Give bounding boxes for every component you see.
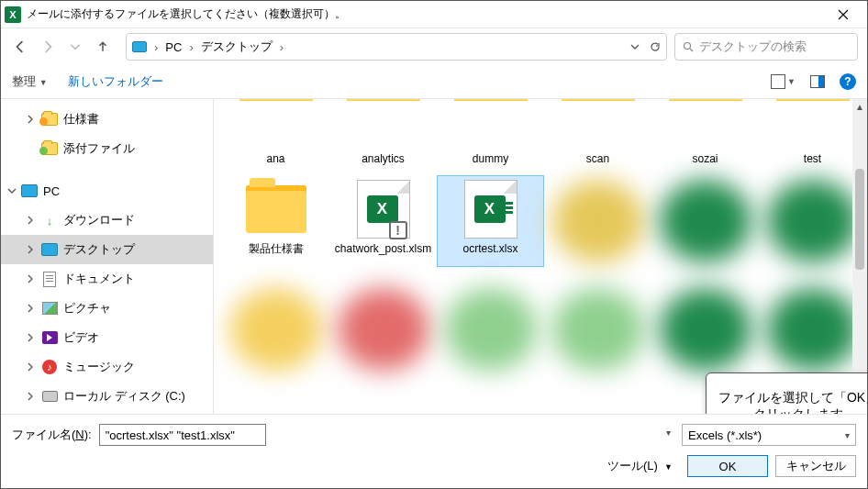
music-icon: ♪	[42, 360, 57, 374]
close-icon	[838, 9, 849, 20]
breadcrumb-desktop[interactable]: デスクトップ	[201, 39, 273, 55]
file-item-xlsx-selected[interactable]: Xocrtest.xlsx	[438, 176, 543, 266]
tree-item-desktop[interactable]: デスクトップ	[1, 235, 213, 264]
close-button[interactable]	[823, 2, 863, 28]
search-icon	[683, 41, 694, 52]
refresh-icon[interactable]	[650, 41, 661, 52]
folder-item[interactable]: test	[760, 99, 865, 171]
filename-input[interactable]	[99, 424, 266, 446]
file-item-blurred[interactable]	[652, 284, 758, 374]
folder-item[interactable]: scan	[545, 99, 651, 171]
file-item-blurred[interactable]	[330, 284, 436, 374]
dialog-footer: ファイル名(N): ▾ Excels (*.xls*)▾ ツール(L) ▼ OK…	[1, 414, 867, 488]
filetype-filter[interactable]: Excels (*.xls*)▾	[682, 424, 856, 446]
folder-item[interactable]: dummy	[438, 99, 543, 171]
folder-icon	[454, 99, 528, 101]
desktop-icon	[41, 243, 58, 256]
disk-icon	[42, 391, 58, 402]
recent-dropdown[interactable]	[65, 37, 85, 57]
pc-icon	[132, 41, 147, 52]
view-mode-button[interactable]: ▼	[771, 74, 796, 89]
folder-icon	[239, 99, 313, 101]
window-title: メールに添付するファイルを選択してください（複数選択可）。	[27, 6, 823, 22]
pc-icon	[21, 184, 38, 197]
file-open-dialog: X メールに添付するファイルを選択してください（複数選択可）。 PC デスクトッ…	[0, 0, 868, 489]
tools-menu[interactable]: ツール(L) ▼	[607, 458, 673, 474]
tree-item-documents[interactable]: ドキュメント	[1, 264, 213, 294]
nav-tree[interactable]: 仕様書 添付ファイル PC ↓ダウンロード デスクトップ ドキュメント ピクチャ…	[1, 99, 214, 414]
breadcrumb-sep-icon	[278, 40, 285, 54]
folder-icon	[246, 185, 306, 233]
chevron-down-icon[interactable]: ▾	[666, 428, 671, 438]
scroll-up-icon[interactable]: ▲	[852, 99, 867, 114]
folder-item[interactable]: 製品仕様書	[223, 176, 328, 266]
nav-row: PC デスクトップ デスクトップの検索	[1, 28, 867, 65]
breadcrumb-pc[interactable]: PC	[165, 40, 182, 54]
search-input[interactable]: デスクトップの検索	[674, 33, 858, 61]
scrollbar-thumb[interactable]	[855, 169, 864, 270]
file-item-blurred[interactable]	[545, 284, 651, 374]
organize-menu[interactable]: 整理 ▼	[12, 73, 48, 90]
svg-point-0	[684, 43, 691, 50]
tree-item-pc[interactable]: PC	[1, 176, 213, 206]
excel-file-icon: X	[464, 180, 517, 239]
tree-item-quick1[interactable]: 仕様書	[1, 105, 213, 134]
forward-button[interactable]	[38, 37, 58, 57]
tree-item-music[interactable]: ♪ミュージック	[1, 352, 213, 382]
folder-icon	[347, 99, 420, 101]
video-icon	[42, 331, 58, 344]
document-icon	[43, 272, 56, 287]
vertical-scrollbar[interactable]: ▲ ▼	[852, 99, 867, 414]
pictures-icon	[42, 302, 58, 315]
file-item-blurred[interactable]	[760, 176, 865, 266]
up-button[interactable]	[93, 37, 113, 57]
excel-file-icon: X!	[357, 180, 410, 239]
folder-item[interactable]: ana	[223, 99, 328, 171]
breadcrumb-sep-icon	[187, 40, 195, 54]
folder-icon	[562, 99, 635, 101]
file-item-blurred[interactable]	[223, 284, 328, 374]
tree-item-downloads[interactable]: ↓ダウンロード	[1, 206, 213, 235]
cancel-button[interactable]: キャンセル	[775, 455, 856, 477]
tree-item-localdisk[interactable]: ローカル ディスク (C:)	[1, 382, 213, 411]
file-item-blurred[interactable]	[545, 176, 651, 266]
excel-app-icon: X	[5, 6, 21, 23]
folder-item[interactable]: sozai	[652, 99, 758, 171]
preview-pane-button[interactable]	[810, 75, 825, 88]
breadcrumb-sep-icon	[152, 40, 160, 54]
new-folder-button[interactable]: 新しいフォルダー	[68, 73, 163, 90]
dialog-body: 仕様書 添付ファイル PC ↓ダウンロード デスクトップ ドキュメント ピクチャ…	[1, 98, 867, 414]
instruction-callout: ファイルを選択して「OK」をクリックします。	[706, 372, 867, 414]
toolbar: 整理 ▼ 新しいフォルダー ▼ ?	[1, 65, 867, 98]
tree-item-quick2[interactable]: 添付ファイル	[1, 134, 213, 163]
chevron-down-icon[interactable]	[629, 41, 640, 52]
file-item-xlsm[interactable]: X!chatwork_post.xlsm	[330, 176, 436, 266]
file-item-blurred[interactable]	[438, 284, 543, 374]
download-icon: ↓	[41, 213, 58, 228]
help-button[interactable]: ?	[840, 73, 856, 90]
address-bar[interactable]: PC デスクトップ	[126, 33, 667, 61]
file-pane: ana analytics dummy scan sozai test 製品仕様…	[214, 99, 867, 414]
back-button[interactable]	[10, 37, 30, 57]
titlebar: X メールに添付するファイルを選択してください（複数選択可）。	[1, 1, 867, 28]
tree-item-videos[interactable]: ビデオ	[1, 323, 213, 352]
search-placeholder: デスクトップの検索	[699, 39, 807, 55]
file-item-blurred[interactable]	[760, 284, 865, 374]
file-item-blurred[interactable]	[652, 176, 758, 266]
tree-item-pictures[interactable]: ピクチャ	[1, 294, 213, 323]
folder-icon	[669, 99, 742, 101]
macro-warn-icon: !	[389, 221, 407, 239]
folder-icon	[776, 99, 850, 101]
ok-button[interactable]: OK	[687, 455, 768, 477]
filename-label: ファイル名(N):	[12, 427, 92, 443]
folder-item[interactable]: analytics	[330, 99, 436, 171]
